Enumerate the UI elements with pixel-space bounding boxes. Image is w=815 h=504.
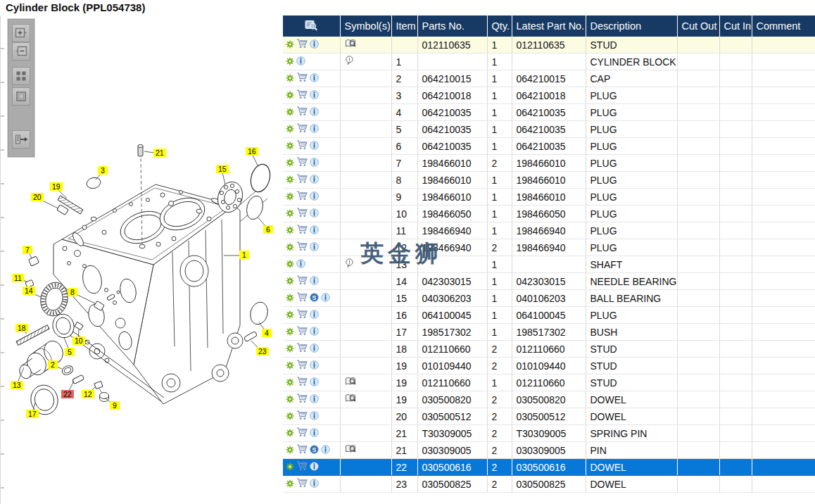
info-icon[interactable]	[310, 191, 319, 203]
table-row[interactable]: 160641000451064100045PLUG	[283, 307, 815, 324]
cart-icon[interactable]	[296, 208, 308, 220]
info-icon[interactable]	[310, 377, 319, 389]
info-icon[interactable]	[310, 394, 319, 405]
info-icon[interactable]	[321, 293, 330, 304]
cart-icon[interactable]	[296, 39, 308, 51]
cart-icon[interactable]	[296, 309, 308, 321]
cart-icon[interactable]	[296, 360, 308, 372]
cart-icon[interactable]	[296, 174, 308, 186]
gear-icon[interactable]	[286, 360, 294, 372]
info-icon[interactable]	[310, 462, 319, 473]
book-icon[interactable]	[345, 377, 356, 389]
info-icon[interactable]	[296, 56, 305, 68]
gear-icon[interactable]	[286, 124, 294, 135]
zoom-out-button[interactable]	[12, 42, 30, 61]
callout-label-14[interactable]: 14	[23, 286, 35, 295]
callout-label-2[interactable]: 2	[48, 360, 58, 369]
s-badge-icon[interactable]: S	[310, 293, 319, 304]
table-row[interactable]: 60642100351064210035PLUG	[283, 138, 815, 155]
info-icon[interactable]	[310, 276, 319, 287]
cart-icon[interactable]	[296, 478, 308, 490]
info-icon[interactable]	[310, 479, 319, 490]
info-icon[interactable]	[296, 259, 305, 270]
gear-icon[interactable]	[286, 327, 294, 338]
catalog-search-icon[interactable]	[305, 22, 318, 33]
gear-icon[interactable]	[286, 107, 294, 118]
table-row[interactable]: 30642100181064210018PLUG	[283, 87, 815, 104]
cart-icon[interactable]	[296, 461, 308, 473]
cart-icon[interactable]	[296, 343, 308, 355]
info-icon[interactable]	[310, 90, 319, 101]
table-row[interactable]: 11CYLINDER BLOCK	[283, 53, 815, 70]
cart-icon[interactable]	[296, 225, 308, 237]
info-icon[interactable]	[310, 310, 319, 321]
cart-icon[interactable]	[296, 123, 308, 135]
gear-icon[interactable]	[286, 259, 294, 270]
table-row[interactable]: 200305005122030500512DOWEL	[283, 408, 815, 425]
callout-label-16[interactable]: 16	[246, 147, 258, 156]
table-row[interactable]: 101984660501198466050PLUG	[283, 206, 815, 222]
callout-label-10[interactable]: 10	[72, 336, 85, 345]
cart-icon[interactable]	[296, 191, 308, 203]
info-icon[interactable]	[310, 141, 319, 152]
table-row[interactable]: S150403062031040106203BALL BEARING	[283, 290, 815, 307]
table-row[interactable]: 50642100351064210035PLUG	[283, 121, 815, 138]
gear-icon[interactable]	[286, 141, 294, 152]
gear-icon[interactable]	[286, 276, 294, 287]
book-icon[interactable]	[345, 39, 356, 51]
table-row[interactable]: 190101094402010109440STUD	[283, 358, 815, 374]
callout-label-15[interactable]: 15	[216, 165, 229, 173]
gear-icon[interactable]	[286, 208, 294, 220]
gear-icon[interactable]	[286, 428, 294, 439]
info-icon[interactable]	[310, 175, 319, 186]
info-icon[interactable]	[310, 39, 319, 51]
gear-icon[interactable]	[286, 39, 294, 51]
info-icon[interactable]	[310, 428, 319, 439]
info-icon[interactable]	[310, 327, 319, 338]
callout-label-19[interactable]: 19	[50, 182, 63, 191]
table-row[interactable]: 131SHAFT	[283, 256, 815, 273]
cart-icon[interactable]	[296, 410, 308, 422]
gear-icon[interactable]	[286, 445, 294, 456]
gear-icon[interactable]	[286, 344, 294, 355]
table-row[interactable]: 21T303090052T30309005SPRING PIN	[283, 425, 815, 442]
gear-icon[interactable]	[286, 175, 294, 186]
info-icon[interactable]	[310, 242, 319, 253]
gear-icon[interactable]	[286, 90, 294, 101]
callout-label-23[interactable]: 23	[256, 347, 269, 355]
gear-icon[interactable]	[286, 462, 294, 473]
callout-label-4[interactable]: 4	[262, 329, 272, 337]
balloon-icon[interactable]	[345, 56, 354, 68]
cart-icon[interactable]	[296, 393, 308, 405]
table-row[interactable]: 81984660101198466010PLUG	[283, 172, 815, 189]
balloon-icon[interactable]	[345, 258, 354, 270]
info-icon[interactable]	[310, 225, 319, 237]
book-icon[interactable]	[345, 393, 356, 405]
toggle-panel-button[interactable]	[12, 130, 30, 149]
gear-icon[interactable]	[286, 293, 294, 304]
table-row[interactable]: 111984669401198466940PLUG	[283, 222, 815, 239]
cart-icon[interactable]	[296, 106, 308, 118]
cart-icon[interactable]	[296, 292, 308, 304]
gear-icon[interactable]	[286, 191, 294, 203]
table-row[interactable]: 190121106601012110660STUD	[283, 374, 815, 391]
tile-view-button[interactable]	[12, 67, 30, 85]
callout-label-11[interactable]: 11	[12, 274, 24, 282]
callout-label-8[interactable]: 8	[68, 288, 77, 296]
callout-label-21[interactable]: 21	[153, 149, 166, 157]
gear-icon[interactable]	[286, 411, 294, 422]
gear-icon[interactable]	[286, 242, 294, 253]
cart-icon[interactable]	[296, 275, 308, 287]
cart-icon[interactable]	[296, 89, 308, 101]
cart-icon[interactable]	[296, 377, 308, 389]
cart-icon[interactable]	[296, 241, 308, 253]
callout-label-13[interactable]: 13	[11, 381, 23, 389]
info-icon[interactable]	[310, 73, 319, 84]
gear-icon[interactable]	[286, 394, 294, 405]
fit-view-button[interactable]	[12, 87, 30, 106]
gear-icon[interactable]	[286, 479, 294, 490]
table-row[interactable]: 140423030151042303015NEEDLE BEARING	[283, 273, 815, 290]
gear-icon[interactable]	[286, 310, 294, 321]
actions-column-header[interactable]	[283, 15, 340, 37]
callout-label-22[interactable]: 22	[61, 390, 74, 398]
